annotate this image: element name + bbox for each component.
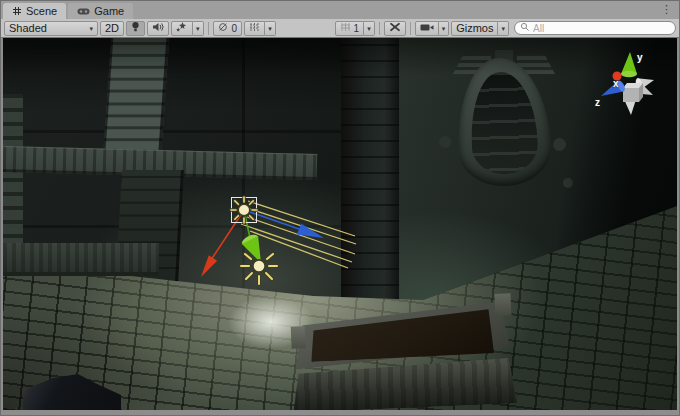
chevron-down-icon: ▾ xyxy=(501,25,505,32)
tab-game-label: Game xyxy=(94,5,124,17)
effects-toggle[interactable] xyxy=(171,21,193,36)
editor-tools-button[interactable] xyxy=(384,21,406,36)
sun-icon[interactable] xyxy=(231,197,257,223)
gamepad-icon xyxy=(77,7,90,16)
scene-search-field xyxy=(514,21,676,35)
scene-canvas[interactable]: y z x xyxy=(3,38,677,410)
gizmos-label: Gizmos xyxy=(456,22,493,34)
snap-dropdown[interactable]: ▾ xyxy=(364,21,375,36)
chevron-down-icon: ▾ xyxy=(196,25,200,32)
chevron-down-icon: ▾ xyxy=(367,25,371,32)
toolbar-separator xyxy=(410,22,411,35)
hidden-objects-button[interactable]: 0 xyxy=(213,21,243,36)
axis-label-x: x xyxy=(613,78,619,89)
grid-hash-icon xyxy=(12,6,22,16)
toggle-2d-button[interactable]: 2D xyxy=(100,21,124,36)
gizmos-split-button: Gizmos ▾ xyxy=(451,21,509,36)
effects-split-button: ▾ xyxy=(171,21,204,36)
window-menu-icon[interactable]: ⋮ xyxy=(661,2,672,16)
camera-icon xyxy=(420,22,434,34)
toolbar-separator xyxy=(379,22,380,35)
draw-mode-dropdown[interactable]: Shaded ▾ xyxy=(4,21,98,36)
tab-scene[interactable]: Scene xyxy=(3,3,66,19)
tab-bar: Scene Game ⋮ xyxy=(1,1,679,19)
snap-split-button: 1 ▾ xyxy=(335,21,375,36)
toolbar-separator xyxy=(208,22,209,35)
toggle-2d-label: 2D xyxy=(105,22,119,34)
gizmo-overlay: y z x xyxy=(3,38,677,410)
axis-label-y: y xyxy=(637,52,643,63)
camera-split-button: ▾ xyxy=(415,21,450,36)
hidden-objects-icon xyxy=(218,22,229,34)
light-toggle-icon xyxy=(131,21,140,35)
scene-audio-toggle[interactable] xyxy=(147,21,169,36)
chevron-down-icon: ▾ xyxy=(89,25,93,32)
hidden-objects-count: 0 xyxy=(232,23,238,34)
gizmos-dropdown[interactable]: ▾ xyxy=(498,21,509,36)
snap-value: 1 xyxy=(354,23,360,34)
grid-visibility-icon xyxy=(249,22,260,34)
effects-toggle-icon xyxy=(176,22,188,34)
grid-visibility-split-button: ▾ xyxy=(244,21,276,36)
scene-camera-button[interactable] xyxy=(415,21,439,36)
search-icon xyxy=(520,22,530,34)
scene-lighting-toggle[interactable] xyxy=(126,21,145,36)
chevron-down-icon: ▾ xyxy=(268,25,272,32)
toolbar-right-cluster: 1 ▾ ▾ xyxy=(335,21,676,36)
chevron-down-icon: ▾ xyxy=(442,25,446,32)
scene-toolbar: Shaded ▾ 2D ▾ xyxy=(1,19,679,38)
move-handle-x[interactable] xyxy=(201,210,244,277)
grid-visibility-dropdown[interactable]: ▾ xyxy=(265,21,276,36)
editor-tools-icon xyxy=(389,22,401,34)
tab-scene-label: Scene xyxy=(26,5,57,17)
gizmos-button[interactable]: Gizmos xyxy=(451,21,498,36)
search-input[interactable] xyxy=(533,23,670,34)
audio-toggle-icon xyxy=(152,22,164,34)
tab-game[interactable]: Game xyxy=(68,3,133,19)
camera-dropdown[interactable]: ▾ xyxy=(439,21,450,36)
effects-dropdown[interactable]: ▾ xyxy=(193,21,204,36)
scene-view-window: Scene Game ⋮ Shaded ▾ 2D xyxy=(0,0,680,416)
draw-mode-label: Shaded xyxy=(9,22,47,34)
snap-grid-button[interactable]: 1 xyxy=(335,21,365,36)
snap-grid-icon xyxy=(340,22,351,34)
grid-visibility-toggle[interactable] xyxy=(244,21,265,36)
orientation-axis-gizmo[interactable]: y z x xyxy=(595,52,654,115)
axis-label-z: z xyxy=(595,97,600,108)
